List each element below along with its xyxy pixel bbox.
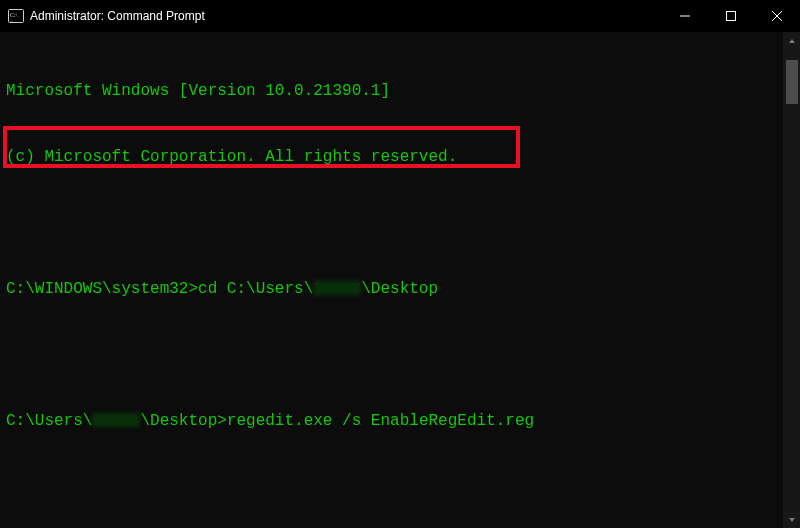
svg-rect-3 [727,12,736,21]
prompt-text: \Desktop> [140,412,226,430]
command-line: C:\Users\\Desktop>regedit.exe /s EnableR… [6,410,774,432]
blank-line [6,476,774,498]
client-area: Microsoft Windows [Version 10.0.21390.1]… [0,32,800,528]
command-text: regedit.exe /s EnableRegEdit.reg [227,412,534,430]
scroll-up-arrow-icon[interactable] [783,32,800,49]
command-line: C:\WINDOWS\system32>cd C:\Users\\Desktop [6,278,774,300]
command-text: \Desktop [361,280,438,298]
titlebar[interactable]: C:\ _ Administrator: Command Prompt [0,0,800,32]
prompt-text: C:\Users\ [6,412,92,430]
cmd-icon: C:\ _ [8,8,24,24]
terminal-output[interactable]: Microsoft Windows [Version 10.0.21390.1]… [0,32,780,528]
window-title: Administrator: Command Prompt [30,9,205,23]
maximize-button[interactable] [708,0,754,32]
scrollbar-thumb[interactable] [786,60,798,104]
redacted-username [92,413,140,427]
blank-line [6,212,774,234]
svg-text:_: _ [9,17,13,22]
banner-line: Microsoft Windows [Version 10.0.21390.1] [6,80,774,102]
prompt-text: C:\WINDOWS\system32> [6,280,198,298]
close-button[interactable] [754,0,800,32]
banner-line: (c) Microsoft Corporation. All rights re… [6,146,774,168]
vertical-scrollbar[interactable] [783,32,800,528]
minimize-button[interactable] [662,0,708,32]
blank-line [6,344,774,366]
scroll-down-arrow-icon[interactable] [783,511,800,528]
redacted-username [313,281,361,295]
command-text: cd C:\Users\ [198,280,313,298]
